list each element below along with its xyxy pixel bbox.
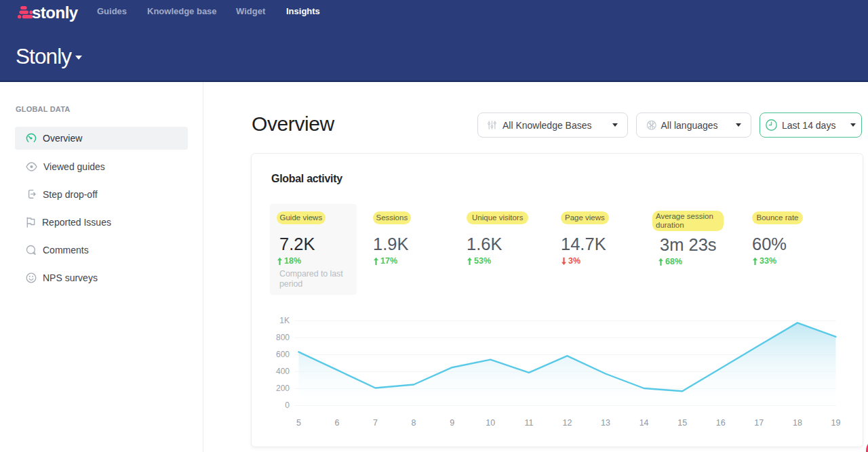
svg-text:14: 14	[639, 418, 649, 428]
svg-text:10: 10	[486, 418, 495, 428]
svg-text:7: 7	[373, 418, 378, 428]
svg-text:18: 18	[793, 418, 802, 428]
svg-text:9: 9	[450, 418, 454, 428]
svg-text:17: 17	[754, 418, 764, 428]
svg-text:5: 5	[296, 418, 301, 428]
svg-text:200: 200	[276, 384, 290, 393]
svg-text:15: 15	[677, 418, 687, 428]
svg-text:0: 0	[285, 400, 290, 410]
svg-text:11: 11	[524, 418, 533, 428]
svg-text:16: 16	[716, 418, 726, 428]
svg-text:6: 6	[335, 418, 340, 428]
svg-text:1K: 1K	[279, 316, 290, 325]
svg-text:400: 400	[276, 367, 290, 376]
svg-text:13: 13	[601, 418, 610, 428]
svg-text:12: 12	[562, 418, 572, 428]
svg-text:8: 8	[412, 418, 416, 428]
svg-text:800: 800	[276, 333, 290, 342]
svg-text:19: 19	[831, 418, 841, 428]
svg-text:600: 600	[276, 350, 290, 359]
